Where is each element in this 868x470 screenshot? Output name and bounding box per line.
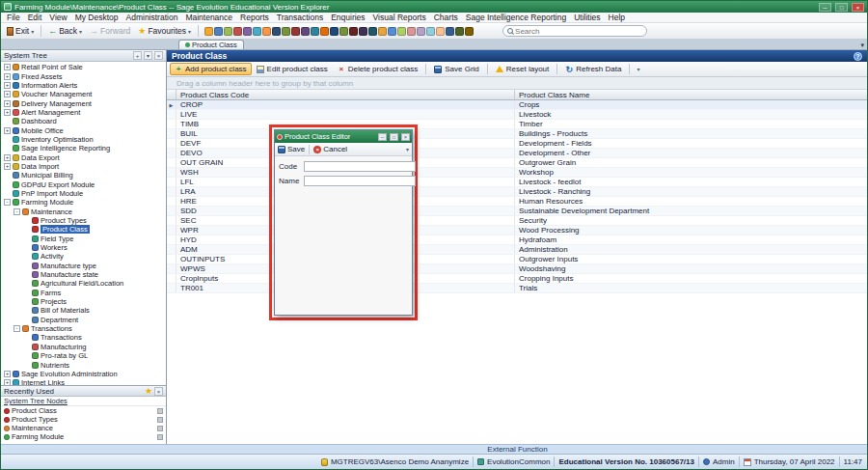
- tree-expander-icon[interactable]: -: [14, 208, 20, 215]
- tree-expander-icon[interactable]: [23, 362, 30, 369]
- menu-item[interactable]: File: [3, 13, 24, 22]
- menu-item[interactable]: Edit: [24, 13, 46, 22]
- tree-expander-icon[interactable]: [4, 136, 11, 143]
- toolbar-shortcut-icon[interactable]: [397, 27, 406, 36]
- tree-item[interactable]: Farms: [1, 289, 166, 297]
- tree-expander-icon[interactable]: [23, 352, 30, 359]
- toolbar-shortcut-icon[interactable]: [339, 27, 348, 36]
- tree-item[interactable]: Product Class: [1, 225, 166, 234]
- tree-item[interactable]: Department: [1, 316, 166, 324]
- reset-layout-button[interactable]: Reset layout: [491, 63, 554, 75]
- tree-expander-icon[interactable]: +: [4, 163, 11, 170]
- tree-item[interactable]: Dashboard: [1, 117, 166, 125]
- sidebar-add-icon[interactable]: +: [133, 51, 142, 60]
- tree-expander-icon[interactable]: -: [4, 199, 11, 206]
- tree-item[interactable]: + Information Alerts: [1, 81, 166, 90]
- exit-button[interactable]: Exit ▾: [4, 25, 37, 37]
- tree-item[interactable]: PnP Import Module: [1, 189, 166, 198]
- tree-item[interactable]: + Delivery Management: [1, 98, 166, 107]
- recently-used-item[interactable]: Product Class: [1, 406, 166, 415]
- recently-used-item[interactable]: Farming Module: [1, 432, 166, 441]
- tree-expander-icon[interactable]: [4, 172, 11, 179]
- tree-item[interactable]: Workers: [1, 243, 166, 252]
- toolbar-shortcut-icon[interactable]: [417, 27, 425, 36]
- dialog-close-button[interactable]: [401, 133, 410, 141]
- pin-icon[interactable]: [157, 408, 163, 414]
- favourites-button[interactable]: ★ Favourites ▾: [135, 25, 194, 37]
- toolbar-shortcut-icon[interactable]: [388, 27, 396, 36]
- dialog-toolbar-chevron-icon[interactable]: ▾: [406, 146, 409, 152]
- tree-item[interactable]: Product Types: [1, 216, 166, 225]
- toolbar-shortcut-icon[interactable]: [407, 27, 416, 36]
- tree-expander-icon[interactable]: +: [4, 100, 11, 107]
- tree-expander-icon[interactable]: [23, 217, 30, 224]
- tree-expander-icon[interactable]: [23, 253, 30, 260]
- tree-item[interactable]: Municipal Billing: [1, 171, 166, 180]
- toolbar-shortcut-icon[interactable]: [291, 27, 300, 36]
- help-icon[interactable]: ?: [854, 52, 862, 61]
- tree-item[interactable]: Manufacture type: [1, 262, 166, 270]
- toolbar-shortcut-icon[interactable]: [465, 27, 474, 36]
- toolbar-shortcut-icon[interactable]: [262, 27, 271, 36]
- recently-used-close-icon[interactable]: ×: [154, 387, 163, 396]
- dialog-maximize-button[interactable]: [390, 133, 398, 141]
- tree-item[interactable]: Agricultural Field/Location: [1, 279, 166, 288]
- table-row[interactable]: ▶ CROP Crops: [167, 100, 867, 110]
- tree-item[interactable]: - Maintenance: [1, 207, 166, 216]
- menu-item[interactable]: Administration: [122, 13, 182, 22]
- tree-expander-icon[interactable]: [4, 118, 11, 124]
- toolbar-shortcut-icon[interactable]: [311, 27, 319, 36]
- toolbar-shortcut-icon[interactable]: [272, 27, 281, 36]
- toolbar-shortcut-icon[interactable]: [301, 27, 310, 36]
- maximize-button[interactable]: [835, 3, 848, 12]
- tree-expander-icon[interactable]: [4, 190, 11, 197]
- toolbar-overflow-chevron-icon[interactable]: ▾: [637, 66, 639, 72]
- tree-item[interactable]: + Sage Evolution Administration: [1, 370, 166, 378]
- tree-item[interactable]: + Voucher Management: [1, 90, 166, 98]
- tree-expander-icon[interactable]: [23, 280, 30, 287]
- toolbar-shortcut-icon[interactable]: [455, 27, 464, 36]
- tree-item[interactable]: + Retail Point of Sale: [1, 63, 166, 71]
- recently-used-group-header[interactable]: System Tree Nodes: [1, 397, 166, 406]
- tab-list-chevron-icon[interactable]: ▾: [860, 41, 864, 49]
- cancel-button[interactable]: × Cancel: [313, 145, 347, 153]
- tree-expander-icon[interactable]: +: [4, 127, 11, 134]
- tree-expander-icon[interactable]: [23, 235, 30, 242]
- menu-item[interactable]: Utilities: [570, 13, 604, 22]
- menu-item[interactable]: View: [45, 13, 70, 22]
- tree-expander-icon[interactable]: [23, 344, 30, 350]
- tree-expander-icon[interactable]: [23, 307, 30, 314]
- toolbar-shortcut-icon[interactable]: [330, 27, 339, 36]
- tree-item[interactable]: Manufacturing: [1, 343, 166, 351]
- back-button[interactable]: ← Back ▾: [45, 25, 85, 37]
- sidebar-close-icon[interactable]: ×: [154, 51, 163, 60]
- toolbar-shortcut-icon[interactable]: [349, 27, 358, 36]
- dialog-minimize-button[interactable]: [378, 133, 387, 141]
- edit-product-class-button[interactable]: Edit product class: [252, 63, 333, 75]
- tree-expander-icon[interactable]: +: [4, 82, 11, 89]
- tree-item[interactable]: Pro-rata by GL: [1, 351, 166, 360]
- pin-icon[interactable]: [157, 417, 163, 423]
- menu-item[interactable]: Visual Reports: [369, 13, 430, 22]
- toolbar-shortcut-icon[interactable]: [436, 27, 445, 36]
- tree-expander-icon[interactable]: [4, 145, 11, 152]
- code-field[interactable]: [304, 161, 416, 172]
- tree-expander-icon[interactable]: [23, 298, 30, 305]
- tree-expander-icon[interactable]: [23, 271, 30, 278]
- tree-expander-icon[interactable]: +: [4, 91, 11, 97]
- tree-expander-icon[interactable]: +: [4, 73, 11, 80]
- recently-used-item[interactable]: Maintenance: [1, 424, 166, 432]
- toolbar-shortcut-icon[interactable]: [243, 27, 252, 36]
- recently-used-item[interactable]: Product Types: [1, 415, 166, 424]
- menu-item[interactable]: Help: [605, 13, 629, 22]
- toolbar-shortcut-icon[interactable]: [224, 27, 232, 36]
- tree-expander-icon[interactable]: +: [4, 109, 11, 116]
- tab-product-class[interactable]: Product Class: [178, 40, 244, 49]
- search-box[interactable]: [502, 25, 647, 37]
- tree-expander-icon[interactable]: [23, 317, 30, 323]
- tree-item[interactable]: + Data Export: [1, 152, 166, 161]
- toolbar-shortcut-icon[interactable]: [426, 27, 435, 36]
- column-header-product-class-name[interactable]: Product Class Name: [515, 90, 867, 99]
- tree-expander-icon[interactable]: -: [14, 325, 20, 332]
- pin-icon[interactable]: [157, 426, 163, 431]
